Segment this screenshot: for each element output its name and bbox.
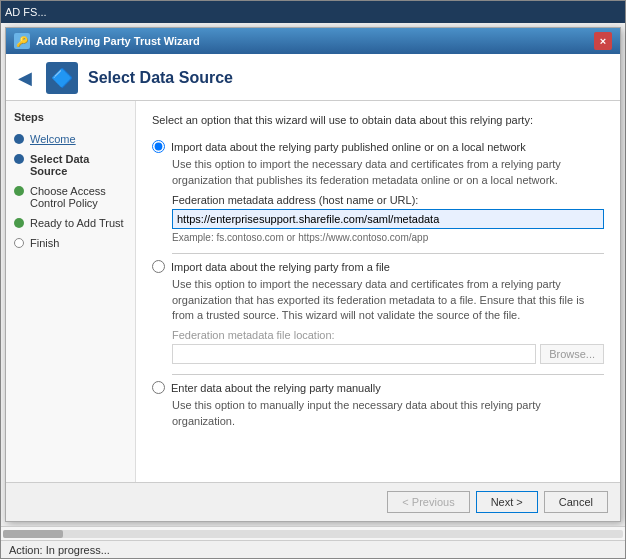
section-description: Select an option that this wizard will u… <box>152 113 604 128</box>
steps-title: Steps <box>14 111 127 123</box>
option1-radio[interactable] <box>152 140 165 153</box>
step-label-finish: Finish <box>30 237 59 249</box>
cancel-button[interactable]: Cancel <box>544 491 608 513</box>
option2-field-label: Federation metadata file location: <box>172 329 604 341</box>
option2-label[interactable]: Import data about the relying party from… <box>171 261 390 273</box>
option2-field-row: Browse... <box>172 344 604 364</box>
wizard-icon: 🔑 <box>14 33 30 49</box>
scrollbar-area <box>1 526 625 540</box>
dialog-footer: < Previous Next > Cancel <box>6 482 620 521</box>
step-access-control: Choose Access Control Policy <box>14 183 127 211</box>
option3-radio-row: Enter data about the relying party manua… <box>152 381 604 394</box>
scrollbar-track <box>3 530 623 538</box>
outer-window: AD FS... 🔑 Add Relying Party Trust Wizar… <box>0 0 626 559</box>
dialog-header: ◀ 🔷 Select Data Source <box>6 54 620 101</box>
dialog-titlebar: 🔑 Add Relying Party Trust Wizard × <box>6 28 620 54</box>
option3-label[interactable]: Enter data about the relying party manua… <box>171 382 381 394</box>
taskbar: AD FS... <box>1 1 625 23</box>
next-button[interactable]: Next > <box>476 491 538 513</box>
option2-radio-row: Import data about the relying party from… <box>152 260 604 273</box>
scrollbar-thumb[interactable] <box>3 530 63 538</box>
step-label-ready: Ready to Add Trust <box>30 217 124 229</box>
previous-button[interactable]: < Previous <box>387 491 469 513</box>
option1-label[interactable]: Import data about the relying party publ… <box>171 141 526 153</box>
step-bullet-access <box>14 186 24 196</box>
option1-group: Import data about the relying party publ… <box>152 140 604 243</box>
divider2 <box>172 374 604 375</box>
steps-panel: Steps Welcome Select Data Source Choose … <box>6 101 136 482</box>
header-icon: 🔷 <box>46 62 78 94</box>
step-select-data: Select Data Source <box>14 151 127 179</box>
step-finish: Finish <box>14 235 127 251</box>
step-label-welcome[interactable]: Welcome <box>30 133 76 145</box>
step-label-select: Select Data Source <box>30 153 127 177</box>
divider1 <box>172 253 604 254</box>
step-bullet-select <box>14 154 24 164</box>
main-content: Select an option that this wizard will u… <box>136 101 620 482</box>
option2-group: Import data about the relying party from… <box>152 260 604 364</box>
step-ready: Ready to Add Trust <box>14 215 127 231</box>
option3-radio[interactable] <box>152 381 165 394</box>
option1-field-row <box>172 209 604 229</box>
status-text: Action: In progress... <box>9 544 110 556</box>
taskbar-text: AD FS... <box>5 6 621 18</box>
dialog-window: 🔑 Add Relying Party Trust Wizard × ◀ 🔷 S… <box>5 27 621 522</box>
browse-button[interactable]: Browse... <box>540 344 604 364</box>
step-label-access: Choose Access Control Policy <box>30 185 127 209</box>
federation-file-path-input[interactable] <box>172 344 536 364</box>
option1-radio-row: Import data about the relying party publ… <box>152 140 604 153</box>
option3-desc: Use this option to manually input the ne… <box>172 398 604 429</box>
back-icon[interactable]: ◀ <box>18 67 32 89</box>
option2-radio[interactable] <box>152 260 165 273</box>
option1-example: Example: fs.contoso.com or https://www.c… <box>172 232 604 243</box>
dialog-title: Add Relying Party Trust Wizard <box>36 35 594 47</box>
option1-desc: Use this option to import the necessary … <box>172 157 604 188</box>
close-button[interactable]: × <box>594 32 612 50</box>
header-title: Select Data Source <box>88 69 233 87</box>
option3-group: Enter data about the relying party manua… <box>152 381 604 429</box>
step-bullet-ready <box>14 218 24 228</box>
step-bullet-welcome <box>14 134 24 144</box>
federation-metadata-url-input[interactable] <box>172 209 604 229</box>
option2-desc: Use this option to import the necessary … <box>172 277 604 323</box>
step-welcome: Welcome <box>14 131 127 147</box>
dialog-body: Steps Welcome Select Data Source Choose … <box>6 101 620 482</box>
option1-field-label: Federation metadata address (host name o… <box>172 194 604 206</box>
status-bar: Action: In progress... <box>1 540 625 558</box>
step-bullet-finish <box>14 238 24 248</box>
